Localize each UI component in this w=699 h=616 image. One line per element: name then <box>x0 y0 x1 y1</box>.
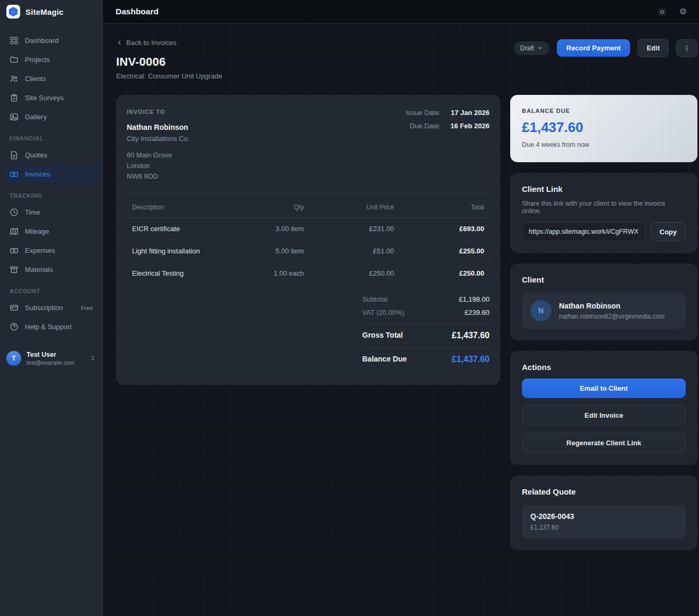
settings-icon[interactable]: ⚙ <box>679 7 687 16</box>
client-card-title: Client <box>522 275 686 284</box>
table-row: EICR certificate 3.00 item £231.00 £693.… <box>127 218 490 240</box>
gross-total-label: Gross Total <box>362 331 403 340</box>
record-payment-button[interactable]: Record Payment <box>557 39 631 57</box>
sidebar-item-mileage[interactable]: Mileage <box>4 222 98 241</box>
file-text-icon <box>10 151 19 160</box>
user-menu[interactable]: T Test User test@example.com <box>0 343 102 374</box>
clipboard-icon <box>10 93 19 102</box>
map-icon <box>10 227 19 236</box>
chevron-down-icon <box>537 45 543 51</box>
client-avatar: N <box>530 300 552 321</box>
image-icon <box>10 112 19 121</box>
col-header-unit-price: Unit Price <box>309 196 399 218</box>
client-email: nathan.robinson82@virginmedia.com <box>559 313 665 320</box>
client-list-item[interactable]: N Nathan Robinson nathan.robinson82@virg… <box>522 293 686 329</box>
more-options-button[interactable] <box>676 39 697 57</box>
cell-total: £250.00 <box>399 262 490 285</box>
sidebar-item-gallery[interactable]: Gallery <box>4 108 98 126</box>
sidebar-item-label: Mileage <box>25 227 49 235</box>
credit-card-icon <box>10 303 19 312</box>
edit-button[interactable]: Edit <box>637 39 669 57</box>
regenerate-client-link-button[interactable]: Regenerate Client Link <box>522 433 686 453</box>
client-link-input[interactable] <box>522 222 645 241</box>
sidebar-item-site-surveys[interactable]: Site Surveys <box>4 89 98 107</box>
box-icon <box>10 265 19 274</box>
section-label-account: ACCOUNT <box>4 279 98 298</box>
sitemagic-logo-icon: ⌂ <box>6 5 20 19</box>
actions-card: Actions Email to Client Edit Invoice Reg… <box>510 351 697 465</box>
sidebar-item-label: Clients <box>25 75 46 83</box>
sidebar-item-label: Projects <box>25 56 50 64</box>
invoice-company: City Installations Co. <box>127 135 190 143</box>
related-quote-card: Related Quote Q-2026-0043 £1,137.60 <box>510 476 697 550</box>
gross-total-value: £1,437.60 <box>452 331 490 340</box>
address-line: NW6 9OD <box>127 171 190 182</box>
sidebar-item-projects[interactable]: Projects <box>4 50 98 69</box>
sidebar-item-label: Expenses <box>25 247 55 254</box>
subtotal-value: £1,198.00 <box>459 295 490 303</box>
email-to-client-button[interactable]: Email to Client <box>522 379 686 398</box>
col-header-total: Total <box>399 196 490 218</box>
sidebar-item-time[interactable]: Time <box>4 203 98 222</box>
table-row: Electrical Testing 1.00 each £250.00 £25… <box>127 262 490 285</box>
sidebar-item-materials[interactable]: Materials <box>4 260 98 279</box>
users-icon <box>10 74 19 83</box>
dashboard-icon <box>10 36 19 45</box>
balance-due-card: BALANCE DUE £1,437.60 Due 4 weeks from n… <box>510 95 697 162</box>
sidebar-item-invoices[interactable]: Invoices <box>4 165 98 183</box>
sidebar-item-label: Invoices <box>25 170 50 178</box>
sidebar-item-subscription[interactable]: Subscription Free <box>4 298 98 317</box>
quote-number: Q-2026-0043 <box>530 512 677 521</box>
user-avatar: T <box>6 351 21 366</box>
expenses-icon <box>10 246 19 255</box>
sidebar-item-label: Help & Support <box>25 323 72 331</box>
topbar: Dashboard ⚙ <box>103 0 699 24</box>
cell-total: £693.00 <box>399 218 490 240</box>
cell-description: Electrical Testing <box>127 262 246 285</box>
edit-invoice-button[interactable]: Edit Invoice <box>522 405 686 426</box>
cell-qty: 5.00 item <box>246 240 309 262</box>
col-header-qty: Qty <box>246 196 309 218</box>
due-date-label: Due Date: <box>409 122 441 130</box>
balance-card-amount: £1,437.60 <box>522 119 686 136</box>
sidebar-item-clients[interactable]: Clients <box>4 69 98 88</box>
client-link-card: Client Link Share this link with your cl… <box>510 173 697 253</box>
cell-unit-price: £51.00 <box>309 240 399 262</box>
client-link-description: Share this link with your client to view… <box>522 200 686 215</box>
back-to-invoices-link[interactable]: Back to Invoices <box>116 39 222 47</box>
sidebar-item-help-support[interactable]: Help & Support <box>4 318 98 336</box>
invoice-number-title: INV-0006 <box>116 55 222 69</box>
section-label-financial: FINANCIAL <box>4 127 98 146</box>
address-line: London <box>127 161 190 171</box>
sidebar-item-dashboard[interactable]: Dashboard <box>4 31 98 50</box>
app-name: SiteMagic <box>25 7 64 16</box>
back-link-label: Back to Invoices <box>126 39 177 47</box>
status-dropdown[interactable]: Draft <box>514 41 549 55</box>
invoice-subtitle: Electrical: Consumer Unit Upgrade <box>116 72 222 80</box>
client-link-title: Client Link <box>522 184 686 193</box>
sidebar-item-expenses[interactable]: Expenses <box>4 241 98 260</box>
client-name: Nathan Robinson <box>559 302 665 310</box>
clock-icon <box>10 208 19 217</box>
kebab-menu-icon <box>683 45 691 52</box>
balance-card-note: Due 4 weeks from now <box>522 141 686 148</box>
issue-date-value: 17 Jan 2026 <box>447 109 490 117</box>
sidebar-item-label: Subscription <box>25 304 63 312</box>
app-logo-row: ⌂ SiteMagic <box>0 0 102 24</box>
chevron-left-icon <box>116 39 123 46</box>
due-date-value: 16 Feb 2026 <box>447 122 490 130</box>
sidebar-item-quotes[interactable]: Quotes <box>4 146 98 164</box>
table-row: Light fitting installation 5.00 item £51… <box>127 240 490 262</box>
invoice-to-label: INVOICE TO <box>127 109 190 115</box>
help-circle-icon <box>10 322 19 331</box>
cell-qty: 3.00 item <box>246 218 309 240</box>
vat-value: £239.60 <box>465 309 490 316</box>
banknote-icon <box>10 170 19 179</box>
copy-link-button[interactable]: Copy <box>651 222 686 241</box>
related-quote-item[interactable]: Q-2026-0043 £1,137.60 <box>522 505 686 539</box>
theme-toggle-icon[interactable] <box>658 7 667 16</box>
cell-description: EICR certificate <box>127 218 246 240</box>
user-email: test@example.com <box>27 359 84 366</box>
sidebar: ⌂ SiteMagic Dashboard Projects Clients S… <box>0 0 103 616</box>
invoice-client-name: Nathan Robinson <box>127 123 190 131</box>
